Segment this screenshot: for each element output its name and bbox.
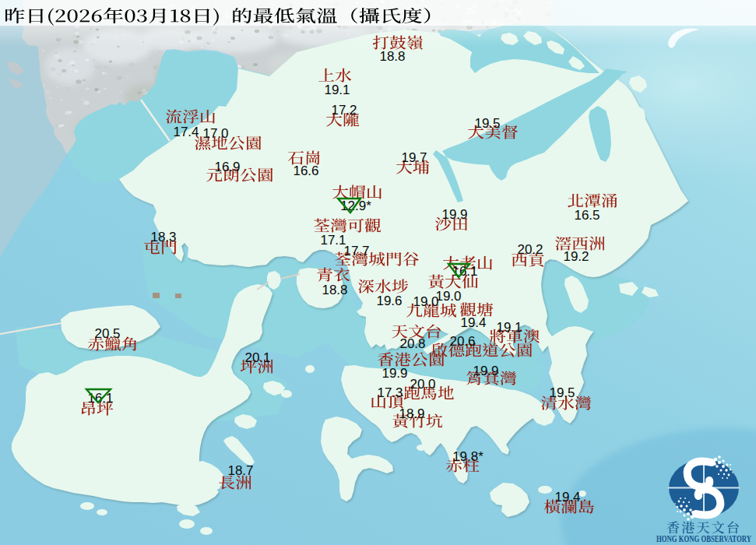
svg-text:17.1: 17.1 xyxy=(320,233,346,248)
svg-text:16.1: 16.1 xyxy=(452,264,477,279)
svg-text:17.0: 17.0 xyxy=(202,126,228,141)
svg-text:19.5: 19.5 xyxy=(474,116,500,131)
svg-text:16.1: 16.1 xyxy=(87,391,113,406)
svg-text:17.2: 17.2 xyxy=(331,103,357,118)
svg-text:20.0: 20.0 xyxy=(410,377,435,392)
svg-text:19.0: 19.0 xyxy=(435,289,461,304)
svg-text:18.7: 18.7 xyxy=(227,463,253,478)
svg-text:19.4: 19.4 xyxy=(554,490,580,505)
svg-text:19.6: 19.6 xyxy=(376,294,402,308)
svg-text:16.5: 16.5 xyxy=(574,208,600,223)
svg-text:17.3: 17.3 xyxy=(377,385,403,400)
svg-text:20.2: 20.2 xyxy=(517,242,543,257)
svg-text:16.6: 16.6 xyxy=(293,164,318,178)
svg-text:19.9: 19.9 xyxy=(473,364,498,378)
svg-text:17.4: 17.4 xyxy=(173,125,199,139)
svg-text:18.9: 18.9 xyxy=(399,406,424,421)
svg-text:19.4: 19.4 xyxy=(460,315,486,330)
svg-text:19.8*: 19.8* xyxy=(452,449,483,464)
svg-text:16.9: 16.9 xyxy=(214,160,240,174)
svg-text:20.5: 20.5 xyxy=(94,326,120,341)
svg-text:20.6: 20.6 xyxy=(449,334,475,349)
svg-text:18.8: 18.8 xyxy=(322,283,347,297)
svg-text:17.7: 17.7 xyxy=(343,244,369,258)
svg-text:HONG KONG OBSERVATORY: HONG KONG OBSERVATORY xyxy=(656,533,751,544)
svg-text:18.8: 18.8 xyxy=(379,49,405,64)
svg-text:19.1: 19.1 xyxy=(496,320,522,335)
svg-text:19.5: 19.5 xyxy=(549,385,575,400)
svg-text:19.7: 19.7 xyxy=(401,150,427,165)
svg-text:19.0: 19.0 xyxy=(413,294,438,309)
svg-text:19.2: 19.2 xyxy=(563,249,589,264)
svg-text:19.9: 19.9 xyxy=(382,366,407,381)
svg-text:20.8: 20.8 xyxy=(399,336,425,351)
svg-text:19.9: 19.9 xyxy=(441,207,467,222)
svg-text:20.1: 20.1 xyxy=(244,350,270,365)
svg-text:18.3: 18.3 xyxy=(150,230,176,244)
svg-text:19.1: 19.1 xyxy=(324,83,350,97)
